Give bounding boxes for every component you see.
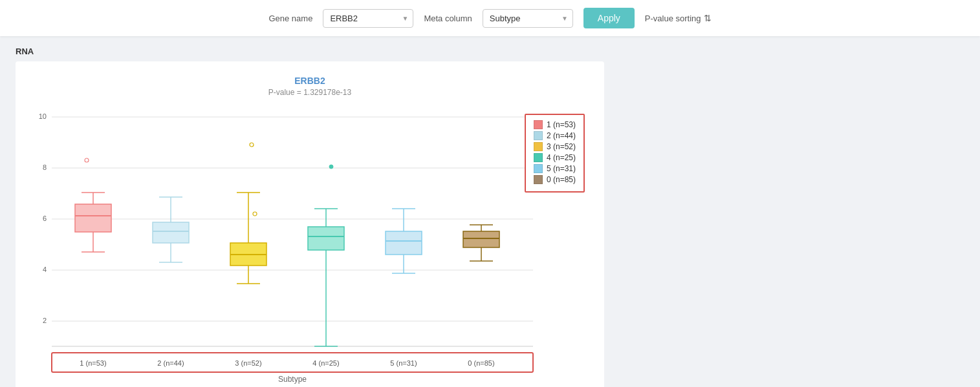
y-tick-6: 6	[43, 214, 47, 222]
box0-rect	[463, 231, 499, 247]
box2-rect	[153, 222, 189, 243]
y-tick-2: 2	[43, 317, 47, 324]
y-tick-4: 4	[43, 266, 47, 273]
sort-label-area: P-value sorting ⇅	[645, 13, 712, 23]
chart-container: ERBB2 P-value = 1.329178e-13 10 8 6 4 2	[16, 61, 604, 387]
chart-body: 10 8 6 4 2	[28, 107, 591, 381]
x-label-1: 1 (n=53)	[80, 359, 106, 367]
chart-legend: 1 (n=53) 2 (n=44) 3 (n=52) 4 (n=25) 5 (n…	[525, 114, 585, 193]
legend-item-2: 2 (n=44)	[534, 131, 576, 140]
x-label-2: 2 (n=44)	[157, 359, 184, 367]
box4-outlier	[329, 165, 333, 169]
legend-swatch-3	[534, 142, 543, 151]
top-bar: Gene name ERBB2 ▼ Meta column Subtype ▼ …	[0, 0, 980, 36]
controls-row: Gene name ERBB2 ▼ Meta column Subtype ▼ …	[268, 8, 711, 28]
meta-column-select[interactable]: Subtype	[483, 9, 573, 28]
legend-swatch-4	[534, 153, 543, 162]
box3-outlier-mid	[253, 212, 257, 216]
meta-column-select-wrapper: Subtype ▼	[483, 9, 573, 28]
section-label: RNA	[16, 47, 964, 56]
legend-item-3: 3 (n=52)	[534, 142, 576, 151]
x-label-0: 0 (n=85)	[468, 359, 494, 367]
gene-name-select[interactable]: ERBB2	[323, 9, 413, 28]
legend-item-0: 0 (n=85)	[534, 175, 576, 184]
legend-label-2: 2 (n=44)	[547, 131, 576, 140]
chart-title: ERBB2	[28, 74, 591, 88]
legend-item-4: 4 (n=25)	[534, 153, 576, 162]
legend-label-0: 0 (n=85)	[547, 175, 576, 184]
chart-svg: 10 8 6 4 2	[28, 107, 585, 379]
legend-swatch-0	[534, 175, 543, 184]
legend-item-1: 1 (n=53)	[534, 120, 576, 129]
x-labels-border	[52, 353, 533, 372]
legend-swatch-5	[534, 164, 543, 173]
chart-pvalue: P-value = 1.329178e-13	[28, 88, 591, 97]
pvalue-sort-label: P-value sorting	[645, 14, 701, 23]
gene-name-select-wrapper: ERBB2 ▼	[323, 9, 413, 28]
y-tick-8: 8	[43, 163, 47, 171]
box4-rect	[308, 227, 344, 250]
x-label-5: 5 (n=31)	[390, 359, 417, 367]
legend-label-1: 1 (n=53)	[547, 120, 576, 129]
apply-button[interactable]: Apply	[583, 8, 635, 28]
legend-label-4: 4 (n=25)	[547, 153, 576, 162]
box5-rect	[386, 231, 422, 255]
x-label-4: 4 (n=25)	[312, 359, 339, 367]
legend-label-3: 3 (n=52)	[547, 142, 576, 151]
x-axis-label: Subtype	[278, 375, 307, 384]
gene-name-label: Gene name	[268, 14, 312, 23]
sort-icon[interactable]: ⇅	[704, 13, 712, 23]
page-content: RNA ERBB2 P-value = 1.329178e-13 10 8 6 …	[0, 36, 980, 387]
box1-outlier	[85, 158, 89, 162]
box1-rect	[75, 204, 111, 232]
x-label-3: 3 (n=52)	[235, 359, 261, 367]
legend-swatch-2	[534, 131, 543, 140]
legend-label-5: 5 (n=31)	[547, 164, 576, 173]
legend-swatch-1	[534, 120, 543, 129]
box3-outlier-top	[250, 143, 254, 147]
y-tick-10: 10	[39, 112, 47, 120]
meta-column-label: Meta column	[424, 14, 472, 23]
legend-item-5: 5 (n=31)	[534, 164, 576, 173]
